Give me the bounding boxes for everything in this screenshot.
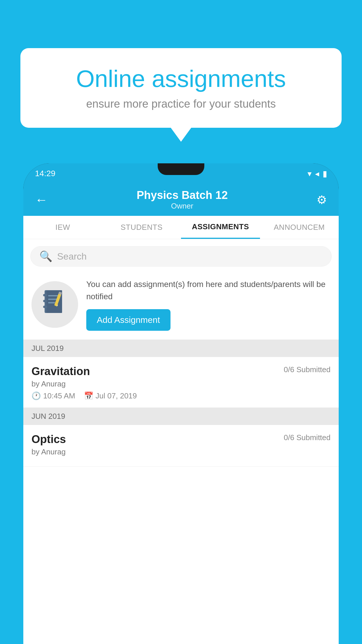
assignment-by-optics: by Anurag [31, 447, 331, 456]
status-bar: 14:29 ▾ ◂ ▮ [23, 163, 339, 184]
signal-icon: ◂ [315, 169, 319, 178]
tab-assignments[interactable]: ASSIGNMENTS [181, 216, 260, 239]
app-bar-center: Physics Batch 12 Owner [137, 189, 228, 211]
app-bar: ← Physics Batch 12 Owner ⚙ [23, 184, 339, 216]
svg-rect-6 [43, 300, 47, 302]
assignment-submitted: 0/6 Submitted [284, 365, 331, 374]
assignment-row-top: Gravitation 0/6 Submitted [31, 365, 331, 378]
back-button[interactable]: ← [35, 192, 48, 207]
calendar-icon: 📅 [84, 391, 93, 400]
svg-rect-7 [43, 306, 47, 308]
promo-text: You can add assignment(s) from here and … [86, 278, 331, 303]
speech-bubble: Online assignments ensure more practice … [20, 48, 342, 128]
svg-rect-4 [48, 302, 55, 303]
meta-date: 📅 Jul 07, 2019 [84, 391, 137, 400]
wifi-icon: ▾ [307, 169, 312, 178]
bubble-title: Online assignments [41, 66, 321, 92]
assignment-submitted-optics: 0/6 Submitted [284, 433, 331, 442]
tab-announcements[interactable]: ANNOUNCEM [260, 216, 339, 239]
phone-frame: 14:29 ▾ ◂ ▮ ← Physics Batch 12 Owner ⚙ I… [23, 163, 339, 644]
assignment-by: by Anurag [31, 379, 331, 388]
status-time: 14:29 [35, 169, 55, 178]
assignment-meta: 🕐 10:45 AM 📅 Jul 07, 2019 [31, 391, 331, 400]
notebook-icon [42, 289, 68, 321]
phone-content: 🔍 Search [23, 239, 339, 644]
svg-rect-2 [48, 295, 59, 296]
section-header-jul: JUL 2019 [23, 340, 339, 357]
assignment-date: Jul 07, 2019 [96, 391, 137, 400]
app-bar-title: Physics Batch 12 [137, 189, 228, 202]
assignment-name: Gravitation [31, 365, 90, 378]
search-icon: 🔍 [39, 250, 52, 262]
assignment-row-top-optics: Optics 0/6 Submitted [31, 433, 331, 446]
svg-rect-5 [43, 294, 47, 296]
assignment-time: 10:45 AM [43, 391, 75, 400]
tabs-bar: IEW STUDENTS ASSIGNMENTS ANNOUNCEM [23, 216, 339, 239]
search-placeholder: Search [57, 251, 87, 262]
bubble-subtitle: ensure more practice for your students [41, 98, 321, 110]
phone-notch [158, 163, 204, 175]
promo-right: You can add assignment(s) from here and … [86, 278, 331, 331]
tab-iew[interactable]: IEW [23, 216, 102, 239]
add-assignment-button[interactable]: Add Assignment [86, 309, 171, 331]
search-bar[interactable]: 🔍 Search [30, 246, 332, 267]
assignment-name-optics: Optics [31, 433, 66, 446]
settings-button[interactable]: ⚙ [317, 193, 327, 206]
battery-icon: ▮ [323, 169, 327, 178]
assignment-item-optics[interactable]: Optics 0/6 Submitted by Anurag [23, 425, 339, 467]
status-icons: ▾ ◂ ▮ [307, 169, 327, 178]
assignment-item-gravitation[interactable]: Gravitation 0/6 Submitted by Anurag 🕐 10… [23, 357, 339, 408]
section-header-jun: JUN 2019 [23, 408, 339, 425]
assignment-promo: You can add assignment(s) from here and … [23, 272, 339, 340]
app-bar-subtitle: Owner [137, 202, 228, 211]
promo-icon-circle [31, 281, 78, 328]
tab-students[interactable]: STUDENTS [102, 216, 181, 239]
clock-icon: 🕐 [31, 391, 41, 400]
meta-time: 🕐 10:45 AM [31, 391, 75, 400]
